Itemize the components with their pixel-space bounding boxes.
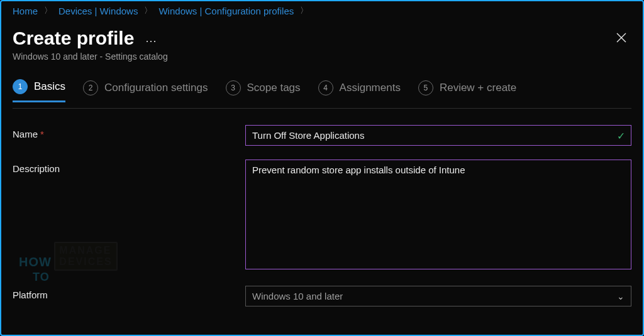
step-basics[interactable]: 1 Basics bbox=[13, 79, 65, 102]
step-scope-tags[interactable]: 3 Scope tags bbox=[226, 80, 301, 102]
divider bbox=[13, 108, 631, 109]
close-icon bbox=[616, 33, 626, 43]
step-label: Assignments bbox=[340, 82, 401, 94]
close-button[interactable] bbox=[611, 29, 631, 48]
platform-label: Platform bbox=[13, 286, 245, 300]
step-number-badge: 3 bbox=[226, 80, 241, 95]
platform-select[interactable]: Windows 10 and later ⌄ bbox=[245, 286, 631, 306]
step-label: Review + create bbox=[440, 82, 516, 94]
breadcrumb-home[interactable]: Home bbox=[13, 6, 38, 16]
form-row-name: Name* ✓ bbox=[13, 125, 631, 146]
label-text: Name bbox=[13, 129, 38, 139]
step-number-badge: 1 bbox=[13, 79, 28, 94]
page-subtitle: Windows 10 and later - Settings catalog bbox=[13, 51, 631, 62]
page-title: Create profile bbox=[13, 28, 134, 49]
chevron-right-icon: 〉 bbox=[44, 5, 52, 16]
platform-value: Windows 10 and later bbox=[252, 291, 343, 301]
description-field-wrap bbox=[245, 160, 631, 272]
step-label: Scope tags bbox=[247, 82, 301, 94]
chevron-right-icon: 〉 bbox=[300, 5, 308, 16]
step-assignments[interactable]: 4 Assignments bbox=[318, 80, 401, 102]
breadcrumb-configuration-profiles[interactable]: Windows | Configuration profiles bbox=[158, 6, 294, 16]
step-configuration-settings[interactable]: 2 Configuration settings bbox=[83, 80, 208, 102]
breadcrumb: Home 〉 Devices | Windows 〉 Windows | Con… bbox=[13, 1, 631, 16]
chevron-right-icon: 〉 bbox=[144, 5, 152, 16]
platform-field-wrap: Windows 10 and later ⌄ bbox=[245, 286, 631, 306]
required-asterisk: * bbox=[40, 129, 44, 139]
form-row-description: Description bbox=[13, 160, 631, 272]
description-input[interactable] bbox=[245, 160, 631, 269]
name-input[interactable] bbox=[245, 125, 631, 146]
watermark-to: TO bbox=[33, 271, 118, 284]
app-frame: Home 〉 Devices | Windows 〉 Windows | Con… bbox=[0, 0, 644, 336]
step-review-create[interactable]: 5 Review + create bbox=[418, 80, 516, 102]
step-label: Basics bbox=[34, 80, 65, 93]
more-actions-button[interactable]: ⋯ bbox=[145, 34, 158, 48]
step-number-badge: 4 bbox=[318, 80, 333, 95]
step-number-badge: 5 bbox=[418, 80, 433, 95]
description-label: Description bbox=[13, 160, 245, 174]
name-label: Name* bbox=[13, 125, 245, 139]
step-label: Configuration settings bbox=[104, 82, 208, 94]
wizard-steps: 1 Basics 2 Configuration settings 3 Scop… bbox=[13, 79, 631, 102]
page-header-left: Create profile ⋯ bbox=[13, 28, 158, 49]
chevron-down-icon: ⌄ bbox=[617, 291, 625, 301]
form-row-platform: Platform Windows 10 and later ⌄ bbox=[13, 286, 631, 306]
page-header: Create profile ⋯ bbox=[13, 28, 631, 49]
breadcrumb-devices-windows[interactable]: Devices | Windows bbox=[58, 6, 138, 16]
name-field-wrap: ✓ bbox=[245, 125, 631, 146]
step-number-badge: 2 bbox=[83, 80, 98, 95]
